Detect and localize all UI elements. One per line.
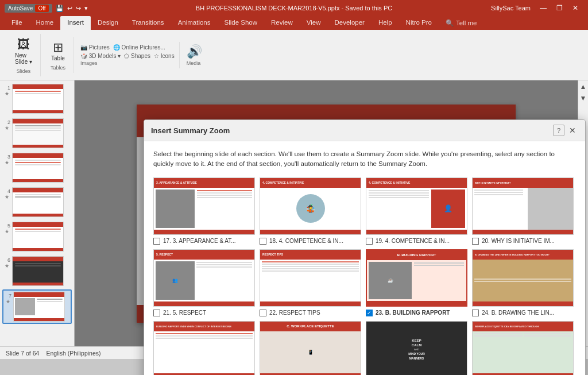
tab-design[interactable]: Design <box>91 16 125 30</box>
language: English (Philippines) <box>46 350 100 357</box>
tab-animations[interactable]: Animations <box>171 16 218 30</box>
slide-checkbox-23[interactable]: ✓ <box>366 310 373 316</box>
slide-grid-text-21: 21. 5. RESPECT <box>163 309 206 316</box>
slide-grid-label-17: 17. 3. APPEARANCE & AT... <box>153 237 255 245</box>
slide-img-5 <box>12 222 64 252</box>
window-controls[interactable]: — ❐ ✕ <box>535 0 583 16</box>
slide-grid-text-23: 23. B. BUILDING RAPPORT <box>376 309 450 316</box>
slide-star-7: ★ <box>6 299 10 304</box>
save-icon[interactable]: 💾 <box>56 5 64 12</box>
tab-review[interactable]: Review <box>264 16 300 30</box>
slide-thumb-6[interactable]: 6 ★ <box>2 255 72 287</box>
scroll-down-icon[interactable]: ▼ <box>579 93 588 103</box>
table-icon: ⊞ <box>53 41 63 54</box>
slide-thumb-grid-23[interactable]: B. BUILDING RAPPORT ☕ <box>366 249 467 307</box>
slide-thumb-5[interactable]: 5 ★ <box>2 221 72 253</box>
pictures-button[interactable]: 📷 Pictures <box>80 44 110 51</box>
slide-grid-text-20: 20. WHY IS INITIATIVE IM... <box>482 237 555 245</box>
slide-grid-label-24: 24. B. DRAWING THE LIN... <box>472 309 574 316</box>
table-button[interactable]: ⊞ Table <box>48 39 68 64</box>
slide-thumb-1[interactable]: 1 ★ <box>2 83 72 115</box>
slide-thumb-grid-18[interactable]: 4. COMPETENCE & INITIATIVE 🤹 <box>260 177 361 235</box>
ribbon: 🖼 NewSlide ▾ Slides ⊞ Table Tables 📷 Pic… <box>0 30 588 80</box>
slide-grid-text-17: 17. 3. APPEARANCE & AT... <box>163 237 236 245</box>
user-name: SillySac Team <box>491 5 531 11</box>
slide-grid-item-17: 3. APPEARANCE & ATTITUDE <box>153 177 255 245</box>
slide-grid-item-26: C. WORKPLACE ETIQUETTE 📱 <box>260 321 361 376</box>
ribbon-group-slides: 🖼 NewSlide ▾ Slides <box>7 34 41 76</box>
more-icon[interactable]: ▾ <box>84 5 88 12</box>
models-tools: 🎲 3D Models ▾ ⬠ Shapes ☆ Icons <box>80 53 175 59</box>
slide-thumb-7[interactable]: 7 ★ <box>2 289 72 324</box>
tab-developer[interactable]: Developer <box>328 16 372 30</box>
tab-home[interactable]: Home <box>29 16 61 30</box>
slide-checkbox-22[interactable] <box>260 310 266 316</box>
tables-group-label: Tables <box>51 64 65 71</box>
redo-icon[interactable]: ↪ <box>76 5 81 12</box>
online-pictures-button[interactable]: 🌐 Online Pictures... <box>113 44 165 51</box>
slide-num-5: 5 <box>3 223 10 229</box>
slide-num-7: 7 <box>5 293 11 299</box>
ribbon-tabs: File Home Insert Design Transitions Anim… <box>0 16 588 30</box>
app-title: BH PROFESSIONALISM DECK-MAR2018-V5.pptx … <box>196 5 392 11</box>
dialog-title-actions: ? ✕ <box>553 125 578 136</box>
slide-img-4 <box>12 187 64 217</box>
slide-grid-label-22: 22. RESPECT TIPS <box>260 309 361 316</box>
slide-thumb-grid-27[interactable]: KEEP CALM AND MIND YOUR MANNERS <box>366 321 467 376</box>
slide-checkbox-19[interactable] <box>366 238 373 245</box>
slide-checkbox-17[interactable] <box>153 238 160 245</box>
tab-slideshow[interactable]: Slide Show <box>218 16 265 30</box>
undo-icon[interactable]: ↩ <box>67 5 72 12</box>
autosave-toggle[interactable]: Off <box>35 5 48 12</box>
slide-checkbox-24[interactable] <box>472 310 479 316</box>
autosave-badge[interactable]: AutoSave Off <box>5 4 52 13</box>
slide-img-3 <box>12 153 64 183</box>
slide-thumb-grid-20[interactable]: WHY IS INITIATIVE IMPORTANT? <box>472 177 574 235</box>
tab-tellme[interactable]: 🔍Tell me <box>439 16 483 30</box>
tab-view[interactable]: View <box>300 16 328 30</box>
slide-thumb-grid-17[interactable]: 3. APPEARANCE & ATTITUDE <box>153 177 255 235</box>
slide-thumb-grid-19[interactable]: 4. COMPETENCE & INITIATIVE <box>366 177 467 235</box>
tab-transitions[interactable]: Transitions <box>125 16 171 30</box>
slide-grid-label-20: 20. WHY IS INITIATIVE IM... <box>472 237 574 245</box>
slide-thumb-grid-21[interactable]: 5. RESPECT 👥 <box>153 249 255 307</box>
tab-file[interactable]: File <box>5 16 29 30</box>
autosave-label: AutoSave <box>8 5 33 11</box>
slide-checkbox-21[interactable] <box>153 310 160 316</box>
slide-thumb-grid-28[interactable]: WORKPLACE ETIQUETTE CAN BE DISPLAYED THR… <box>472 321 574 376</box>
dialog-description: Select the beginning slide of each secti… <box>153 149 576 169</box>
minimize-button[interactable]: — <box>535 0 551 16</box>
slide-thumb-3[interactable]: 3 ★ <box>2 152 72 184</box>
tab-insert[interactable]: Insert <box>60 16 91 30</box>
tab-help[interactable]: Help <box>372 16 399 30</box>
close-button[interactable]: ✕ <box>567 0 583 16</box>
slide-grid-text-22: 22. RESPECT TIPS <box>269 309 320 316</box>
slide-grid-label-18: 18. 4. COMPETENCE & IN... <box>260 237 361 245</box>
slide-grid-item-28: WORKPLACE ETIQUETTE CAN BE DISPLAYED THR… <box>472 321 574 376</box>
maximize-button[interactable]: ❐ <box>551 0 567 16</box>
shapes-button[interactable]: ⬠ Shapes <box>124 53 150 59</box>
new-slide-button[interactable]: 🖼 NewSlide ▾ <box>11 36 36 67</box>
slide-thumb-grid-25[interactable]: BUILDING RAPPORT ENDS WHEN CONFLICT OF I… <box>153 321 255 376</box>
title-bar-left: AutoSave Off 💾 ↩ ↪ ▾ <box>5 4 88 13</box>
scroll-up-icon[interactable]: ▲ <box>579 82 588 92</box>
slide-grid-item-25: BUILDING RAPPORT ENDS WHEN CONFLICT OF I… <box>153 321 255 376</box>
slide-checkbox-20[interactable] <box>472 238 479 245</box>
icons-button[interactable]: ☆ Icons <box>154 53 175 59</box>
media-group-label: Media <box>187 59 202 66</box>
tab-nitro[interactable]: Nitro Pro <box>399 16 439 30</box>
slide-thumb-4[interactable]: 4 ★ <box>2 186 72 218</box>
image-tools: 📷 Pictures 🌐 Online Pictures... <box>80 44 175 51</box>
slide-thumb-2[interactable]: 2 ★ <box>2 117 72 149</box>
insert-summary-zoom-dialog: Insert Summary Zoom ? ✕ Select the begin… <box>144 119 586 375</box>
slide-checkbox-18[interactable] <box>260 238 266 245</box>
slide-grid-item-27: KEEP CALM AND MIND YOUR MANNERS <box>366 321 467 376</box>
dialog-title: Insert Summary Zoom <box>151 126 230 135</box>
dialog-close-button[interactable]: ✕ <box>567 125 578 136</box>
slide-thumb-grid-24[interactable]: B. DRAWING THE LINE: WHEN IS BUILDING RA… <box>472 249 574 307</box>
slide-grid: 3. APPEARANCE & ATTITUDE <box>153 177 576 376</box>
3d-models-button[interactable]: 🎲 3D Models ▾ <box>80 53 121 59</box>
dialog-help-button[interactable]: ? <box>553 125 564 136</box>
slide-thumb-grid-22[interactable]: RESPECT TIPS <box>260 249 361 307</box>
slide-thumb-grid-26[interactable]: C. WORKPLACE ETIQUETTE 📱 <box>260 321 361 376</box>
